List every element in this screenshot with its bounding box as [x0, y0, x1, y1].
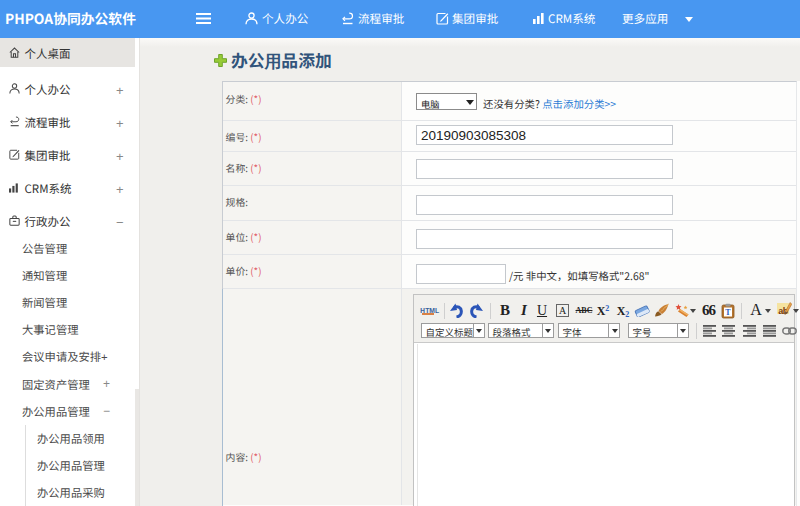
svg-text:T: T: [725, 308, 731, 317]
